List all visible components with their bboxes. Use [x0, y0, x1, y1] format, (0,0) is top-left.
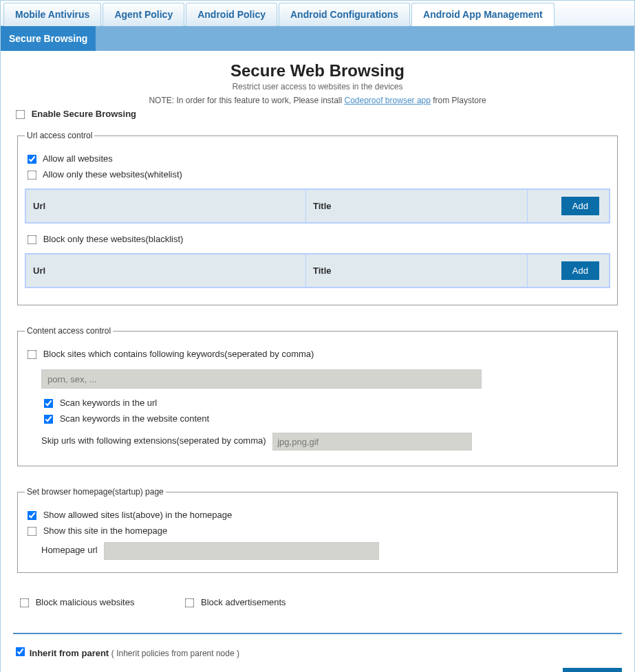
misc-row: Block malicious websites Block advertise… — [17, 594, 618, 612]
col-title: Title — [306, 189, 527, 223]
inherit-label: Inherit from parent — [30, 648, 109, 658]
save-row: Save — [13, 668, 622, 672]
content-access-legend: Content access control — [25, 326, 113, 336]
table-row: Url Title Add — [25, 254, 610, 288]
homepage-url-input[interactable] — [104, 542, 379, 560]
inherit-row: Inherit from parent ( Inherit policies f… — [13, 645, 622, 658]
allow-only-row: Allow only these websites(whitelist) — [25, 169, 610, 182]
scan-content-checkbox[interactable] — [44, 415, 54, 424]
block-keywords-label: Block sites which contains following key… — [43, 349, 314, 359]
page-note: NOTE: In order for this feature to work,… — [13, 96, 622, 105]
show-site-label: Show this site in the homepage — [43, 525, 168, 536]
allow-all-checkbox[interactable] — [28, 155, 37, 164]
col-title: Title — [306, 254, 527, 288]
top-tab-bar: Mobile Antivirus Agent Policy Android Po… — [1, 1, 634, 26]
enable-secure-browsing-checkbox[interactable] — [16, 110, 25, 120]
blacklist-add-button[interactable]: Add — [561, 261, 599, 280]
homepage-legend: Set browser homepage(startup) page — [25, 487, 166, 497]
url-access-control: Url access control Allow all websites Al… — [17, 131, 618, 305]
block-malicious-row: Block malicious websites — [17, 596, 134, 609]
show-allowed-label: Show allowed sites list(above) in the ho… — [43, 510, 233, 520]
block-only-label: Block only these websites(blacklist) — [43, 234, 184, 244]
inherit-checkbox[interactable] — [16, 647, 25, 657]
enable-secure-browsing-label: Enable Secure Browsing — [32, 109, 136, 119]
show-allowed-checkbox[interactable] — [28, 511, 37, 521]
block-keywords-row: Block sites which contains following key… — [25, 348, 610, 361]
show-site-row: Show this site in the homepage — [25, 525, 610, 538]
block-keywords-checkbox[interactable] — [28, 350, 37, 360]
block-ads-row: Block advertisements — [182, 596, 286, 609]
homepage-control: Set browser homepage(startup) page Show … — [17, 487, 618, 573]
col-url: Url — [25, 254, 306, 288]
tab-android-app-management[interactable]: Android App Management — [411, 3, 555, 26]
homepage-url-label: Homepage url — [41, 545, 98, 555]
page-title: Secure Web Browsing — [13, 61, 622, 80]
allow-all-label: Allow all websites — [43, 153, 113, 164]
scan-content-label: Scan keywords in the website content — [60, 413, 210, 424]
content-access-control: Content access control Block sites which… — [17, 326, 618, 466]
col-add: Add — [527, 254, 610, 288]
block-only-checkbox[interactable] — [28, 235, 37, 245]
block-ads-checkbox[interactable] — [185, 598, 195, 608]
block-malicious-label: Block malicious websites — [36, 597, 135, 607]
save-button[interactable]: Save — [563, 668, 622, 672]
tab-android-configurations[interactable]: Android Configurations — [279, 3, 410, 26]
whitelist-add-button[interactable]: Add — [561, 197, 599, 215]
note-suffix: from Playstore — [431, 96, 486, 105]
sub-tab-bar: Secure Browsing — [1, 26, 634, 51]
tab-mobile-antivirus[interactable]: Mobile Antivirus — [3, 3, 101, 26]
table-row: Url Title Add — [25, 189, 610, 223]
block-only-row: Block only these websites(blacklist) — [25, 233, 610, 246]
allow-only-checkbox[interactable] — [28, 171, 37, 180]
scan-url-row: Scan keywords in the url — [41, 397, 610, 410]
app-frame: Mobile Antivirus Agent Policy Android Po… — [0, 0, 635, 672]
skip-ext-row: Skip urls with following extensions(sepe… — [41, 433, 610, 451]
homepage-url-row: Homepage url — [41, 542, 610, 560]
tab-agent-policy[interactable]: Agent Policy — [103, 3, 184, 26]
blacklist-table: Url Title Add — [25, 253, 610, 288]
allow-all-row: Allow all websites — [25, 153, 610, 166]
footer-divider — [13, 633, 622, 634]
keywords-input[interactable] — [41, 369, 482, 389]
block-malicious-checkbox[interactable] — [20, 598, 30, 608]
url-access-legend: Url access control — [25, 131, 94, 140]
keywords-nested: Scan keywords in the url Scan keywords i… — [41, 365, 610, 451]
scan-url-label: Scan keywords in the url — [60, 398, 158, 408]
enable-secure-browsing-row: Enable Secure Browsing — [13, 108, 622, 121]
col-add: Add — [527, 189, 610, 223]
content-area: Secure Web Browsing Restrict user access… — [1, 51, 634, 672]
page-subtitle: Restrict user access to websites in the … — [13, 82, 622, 91]
allow-only-label: Allow only these websites(whitelist) — [43, 169, 182, 180]
scan-content-row: Scan keywords in the website content — [41, 413, 610, 426]
browser-app-link[interactable]: Codeproof browser app — [345, 96, 431, 105]
note-prefix: NOTE: In order for this feature to work,… — [149, 96, 344, 105]
skip-ext-label: Skip urls with following extensions(sepe… — [41, 435, 266, 446]
whitelist-table: Url Title Add — [25, 188, 610, 224]
scan-url-checkbox[interactable] — [44, 399, 54, 409]
col-url: Url — [25, 189, 306, 223]
subtab-secure-browsing[interactable]: Secure Browsing — [1, 26, 96, 51]
show-allowed-row: Show allowed sites list(above) in the ho… — [25, 509, 610, 522]
inherit-note: ( Inherit policies from parent node ) — [111, 649, 239, 658]
show-site-checkbox[interactable] — [28, 527, 37, 536]
tab-android-policy[interactable]: Android Policy — [186, 3, 277, 26]
block-ads-label: Block advertisements — [201, 597, 286, 607]
skip-ext-input[interactable] — [272, 433, 472, 451]
